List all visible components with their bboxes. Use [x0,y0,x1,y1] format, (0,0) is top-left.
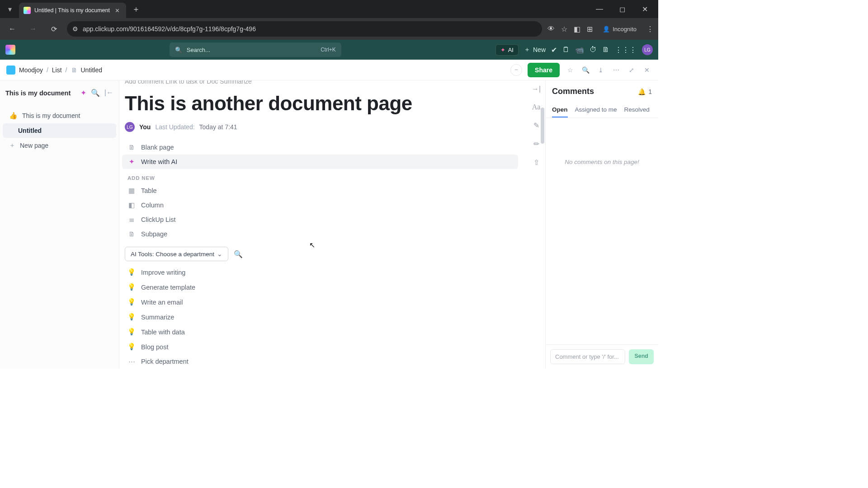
ai-tools-search-icon[interactable]: 🔍 [234,250,243,258]
clock-icon[interactable]: ⏱ [590,46,597,54]
site-info-icon[interactable]: ⚙ [72,25,78,33]
search-sidebar-icon[interactable]: 🔍 [91,89,100,97]
close-window-icon[interactable]: ✕ [635,2,655,16]
document-title[interactable]: This is another document page [125,92,518,115]
updated-prefix: Last Updated: [155,123,194,131]
browser-menu-icon[interactable]: ⋮ [646,25,654,33]
menu-clickup-list[interactable]: ≣ClickUp List [122,212,518,227]
menu-table-with-data[interactable]: 💡Table with data [122,324,518,339]
reload-button[interactable]: ⟳ [46,21,61,37]
video-icon[interactable]: 📹 [575,46,584,54]
expand-icon[interactable]: →| [532,85,541,93]
check-circle-icon[interactable]: ✔ [551,46,557,54]
updated-value: Today at 7:41 [199,123,237,131]
menu-blank-page[interactable]: 🗎 Blank page [122,140,518,155]
comments-notifications[interactable]: 🔔 1 [638,88,652,95]
editor: Add comment Link to task or Doc Summariz… [119,80,545,369]
forward-button[interactable]: → [25,21,41,37]
new-tab-button[interactable]: ＋ [130,3,142,15]
menu-subpage[interactable]: 🗎Subpage [122,227,518,241]
menu-column[interactable]: ◧Column [122,198,518,212]
tree-item-root[interactable]: 👍 This is my document [3,108,116,123]
star-icon[interactable]: ☆ [565,66,575,74]
bulb-icon: 💡 [127,343,136,351]
menu-generate-template[interactable]: 💡Generate template [122,280,518,295]
menu-pick-department[interactable]: ⋯Pick department [122,354,518,369]
close-tab-icon[interactable]: ✕ [113,7,122,14]
breadcrumb-doc[interactable]: Untitled [81,66,102,74]
comments-panel: Comments 🔔 1 Open Assigned to me Resolve… [545,80,658,369]
comment-input[interactable]: Comment or type '/' for... [550,349,625,364]
search-doc-icon[interactable]: 🔍 [580,66,590,74]
tab-open[interactable]: Open [552,103,568,117]
maximize-icon[interactable]: ◻ [612,2,632,16]
history-icon[interactable]: − [510,64,522,76]
new-button[interactable]: ＋ New [524,46,546,54]
chevron-down-icon: ⌄ [217,250,222,258]
typography-icon[interactable]: Aa [532,103,541,111]
collapse-sidebar-icon[interactable]: |← [104,89,113,97]
scrollbar[interactable] [541,108,544,144]
share-out-icon[interactable]: ⇧ [533,158,539,167]
window-controls: ― ◻ ✕ [590,2,655,16]
insert-menu: 🗎 Blank page ✦ Write with AI ADD NEW ▦Ta… [122,140,518,369]
author-label: You [139,123,151,131]
sidebar-title: This is my document [5,89,77,97]
download-icon[interactable]: ⤓ [596,66,606,74]
favicon-icon [24,7,31,14]
more-dots-icon: ⋯ [127,358,136,365]
global-search[interactable]: 🔍 Search... Ctrl+K [170,42,341,57]
back-button[interactable]: ← [5,21,20,37]
bookmark-star-icon[interactable]: ☆ [561,25,567,33]
ai-sparkle-icon[interactable]: ✦ [80,89,86,97]
url-bar: ← → ⟳ ⚙ app.clickup.com/9016164592/v/dc/… [0,18,658,40]
share-button[interactable]: Share [528,63,560,77]
workspace-icon[interactable] [6,66,15,75]
breadcrumb-workspace[interactable]: Moodjoy [19,66,43,74]
tab-assigned[interactable]: Assigned to me [575,103,617,117]
ai-tools-dropdown[interactable]: AI Tools: Choose a department ⌄ [125,247,228,261]
sparkle-icon: ✦ [127,158,136,165]
breadcrumb-list[interactable]: List [52,66,62,74]
tabs-dropdown[interactable]: ▾ [4,3,16,15]
more-icon[interactable]: ⋯ [611,66,621,74]
bulb-icon: 💡 [127,268,136,276]
tree-item-untitled[interactable]: Untitled [3,123,116,138]
ai-button[interactable]: ✦ AI [495,44,519,56]
side-panel-icon[interactable]: ◧ [574,25,580,33]
edit-pen-icon[interactable]: ✏ [533,140,539,148]
menu-write-with-ai[interactable]: ✦ Write with AI [122,155,518,169]
column-icon: ◧ [127,202,136,209]
workspace: This is my document ✦ 🔍 |← 👍 This is my … [0,80,658,369]
address-bar[interactable]: ⚙ app.clickup.com/9016164592/v/dc/8cpfg7… [67,21,542,37]
table-icon: ▦ [127,187,136,194]
clickup-logo-icon[interactable] [5,45,15,55]
notepad-icon[interactable]: 🗒 [562,46,570,54]
comments-count: 1 [648,88,652,95]
tab-resolved[interactable]: Resolved [624,103,650,117]
bell-icon: 🔔 [638,88,646,95]
search-icon: 🔍 [175,47,182,53]
eye-off-icon[interactable]: 👁 [547,25,555,33]
menu-blog-post[interactable]: 💡Blog post [122,339,518,354]
wand-icon[interactable]: ✎ [533,121,539,130]
menu-improve-writing[interactable]: 💡Improve writing [122,265,518,280]
thumbs-up-icon: 👍 [9,112,18,120]
grid-apps-icon[interactable]: ⋮⋮⋮ [615,46,637,54]
user-avatar[interactable]: LG [642,44,653,55]
url-text: app.clickup.com/9016164592/v/dc/8cpfg7g-… [83,25,256,33]
minimize-icon[interactable]: ― [590,2,609,16]
menu-table[interactable]: ▦Table [122,183,518,198]
extensions-icon[interactable]: ⊞ [587,25,593,33]
new-page-button[interactable]: ＋ New page [3,138,116,153]
doc-icon[interactable]: 🗎 [602,46,609,54]
menu-summarize[interactable]: 💡Summarize [122,310,518,324]
incognito-icon: 👤 [603,26,610,33]
menu-write-email[interactable]: 💡Write an email [122,295,518,310]
browser-tab[interactable]: Untitled | This is my document ✕ [19,3,126,18]
collapse-icon[interactable]: ⤢ [627,66,637,74]
byline: LG You Last Updated: Today at 7:41 [125,122,518,132]
close-icon[interactable]: ✕ [642,66,652,74]
section-add-new: ADD NEW [122,169,518,183]
send-button[interactable]: Send [629,349,654,364]
